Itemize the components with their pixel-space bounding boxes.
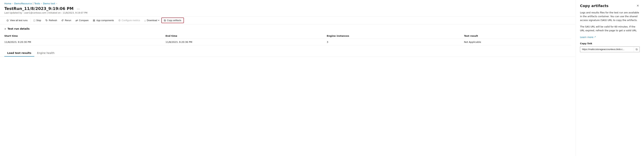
details-table: Start time End time Engine instances Tes… xyxy=(4,33,571,45)
copy-link-input-row: ⧉ xyxy=(580,46,640,52)
section-title: Test run details xyxy=(8,27,30,30)
cell-test_result: Not Applicable xyxy=(464,39,571,45)
page-subtitle: Last Updated by : user1@contoso.com | In… xyxy=(4,12,571,14)
panel-header: Copy artifacts ✕ xyxy=(580,4,640,8)
compare-label: Compare xyxy=(79,19,88,22)
copy-artifacts-label: Copy artifacts xyxy=(167,19,181,22)
cell-engine_instances: 3 xyxy=(327,39,464,45)
copy-artifacts-panel: Copy artifacts ✕ Logs and results files … xyxy=(576,0,644,156)
learn-more-label: Learn more xyxy=(580,35,593,39)
col-end-time: End time xyxy=(166,33,327,39)
copy-link-section: Copy link ⧉ xyxy=(580,42,640,52)
tab-engine-health[interactable]: Engine health xyxy=(34,50,58,57)
refresh-icon: ↻ xyxy=(46,19,48,22)
app-components-button[interactable]: ⊞ App components xyxy=(91,18,116,23)
view-all-icon: ⊙ xyxy=(6,19,9,22)
tabs-bar: Load test results Engine health xyxy=(0,50,576,57)
breadcrumb-home[interactable]: Home xyxy=(4,2,11,5)
toolbar-divider-1 xyxy=(30,19,31,22)
stop-label: Stop xyxy=(36,19,41,22)
more-options-button[interactable]: ··· xyxy=(76,7,81,11)
page-title: TestRun_11/8/2023_9:19:06 PM xyxy=(4,6,74,11)
breadcrumb-sep-3: › xyxy=(56,2,57,5)
cell-end_time: 11/8/2023, 9:20:36 PM xyxy=(166,39,327,45)
breadcrumb-sep-2: › xyxy=(41,2,42,5)
col-test-result: Test result xyxy=(464,33,571,39)
stop-icon: □ xyxy=(34,19,35,22)
panel-description-1: Logs and results files for the test run … xyxy=(580,11,640,22)
test-run-details-section: ∧ Test run details Start time End time E… xyxy=(0,24,576,48)
section-header[interactable]: ∧ Test run details xyxy=(4,27,571,30)
breadcrumb: Home › DemoResource | Tests › Demo test … xyxy=(0,0,576,6)
tab-load-test-results[interactable]: Load test results xyxy=(4,50,34,57)
collapse-chevron-icon: ∧ xyxy=(4,28,6,30)
learn-more-link[interactable]: Learn more ↗ xyxy=(580,35,640,39)
app-components-label: App components xyxy=(96,19,114,22)
rerun-button[interactable]: ↺ Rerun xyxy=(59,18,73,23)
breadcrumb-demo-test[interactable]: Demo test xyxy=(43,2,55,5)
panel-body: Logs and results files for the test run … xyxy=(580,11,640,52)
copy-link-copy-icon: ⧉ xyxy=(636,48,638,51)
refresh-button[interactable]: ↻ Refresh xyxy=(43,18,59,23)
compare-button[interactable]: ⇄ Compare xyxy=(74,18,91,23)
configure-metrics-icon: ⚙ xyxy=(118,19,120,22)
copy-link-label: Copy link xyxy=(580,42,640,45)
page-header: TestRun_11/8/2023_9:19:06 PM ··· Last Up… xyxy=(0,6,576,16)
cell-start_time: 11/8/2023, 9:20:30 PM xyxy=(4,39,166,45)
col-start-time: Start time xyxy=(4,33,166,39)
panel-description-2: The SAS URL will be valid for 60 minutes… xyxy=(580,25,640,33)
stop-button[interactable]: □ Stop xyxy=(31,18,43,23)
rerun-label: Rerun xyxy=(65,19,71,22)
download-icon: ↓ xyxy=(144,19,146,22)
toolbar: ⊙ View all test runs □ Stop ↻ Refresh ↺ … xyxy=(0,16,576,24)
download-chevron-icon: ▾ xyxy=(158,20,159,21)
col-engine-instances: Engine instances xyxy=(327,33,464,39)
copy-artifacts-button[interactable]: ⧉ Copy artifacts xyxy=(161,18,184,23)
app-components-icon: ⊞ xyxy=(93,19,95,22)
configure-metrics-label: Configure metrics xyxy=(122,19,140,22)
view-all-test-runs-button[interactable]: ⊙ View all test runs xyxy=(4,18,30,23)
copy-link-button[interactable]: ⧉ xyxy=(634,47,640,52)
panel-title: Copy artifacts xyxy=(580,4,608,8)
rerun-icon: ↺ xyxy=(61,19,64,22)
download-button[interactable]: ↓ Download ▾ xyxy=(142,18,161,23)
copy-link-input[interactable] xyxy=(580,47,634,52)
breadcrumb-resource[interactable]: DemoResource | Tests xyxy=(14,2,40,5)
compare-icon: ⇄ xyxy=(76,19,78,22)
download-label: Download xyxy=(147,19,157,22)
copy-artifacts-icon: ⧉ xyxy=(164,19,166,22)
close-panel-button[interactable]: ✕ xyxy=(636,4,640,8)
external-link-icon: ↗ xyxy=(594,36,596,39)
configure-metrics-button[interactable]: ⚙ Configure metrics xyxy=(116,18,142,23)
refresh-label: Refresh xyxy=(49,19,57,22)
breadcrumb-sep-1: › xyxy=(12,2,13,5)
view-all-label: View all test runs xyxy=(10,19,28,22)
table-row: 11/8/2023, 9:20:30 PM11/8/2023, 9:20:36 … xyxy=(4,39,571,45)
